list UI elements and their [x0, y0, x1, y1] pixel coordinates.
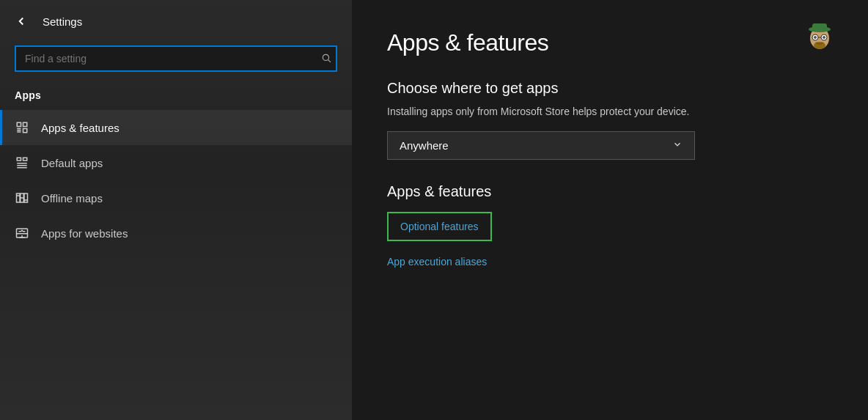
svg-rect-15	[24, 194, 28, 202]
avatar	[801, 18, 839, 56]
svg-point-29	[823, 36, 825, 39]
page-title: Apps & features	[387, 29, 833, 56]
svg-rect-3	[23, 122, 27, 126]
optional-features-link[interactable]: Optional features	[387, 212, 492, 241]
sidebar-item-apps-websites-label: Apps for websites	[41, 227, 128, 240]
back-button[interactable]	[12, 12, 31, 31]
dropdown-value: Anywhere	[400, 139, 449, 152]
search-box	[15, 45, 337, 72]
svg-rect-2	[17, 122, 21, 126]
svg-rect-9	[23, 158, 27, 161]
apps-features-section-title: Apps & features	[387, 183, 833, 200]
sidebar-item-apps-features-label: Apps & features	[41, 122, 119, 134]
app-execution-aliases-link[interactable]: App execution aliases	[387, 256, 833, 268]
default-apps-icon	[15, 155, 29, 170]
apps-features-icon	[15, 120, 29, 135]
sidebar-title: Settings	[43, 15, 82, 28]
search-icon-button[interactable]	[321, 53, 331, 65]
choose-section-desc: Installing apps only from Microsoft Stor…	[387, 104, 833, 119]
svg-point-0	[323, 54, 328, 60]
apps-source-dropdown[interactable]: Anywhere	[387, 131, 695, 160]
offline-maps-icon	[15, 191, 29, 205]
svg-rect-8	[17, 158, 21, 161]
sidebar-item-apps-websites[interactable]: Apps for websites	[0, 215, 352, 251]
apps-section-label: Apps	[0, 84, 352, 110]
search-input[interactable]	[15, 45, 337, 72]
sidebar-item-default-apps-label: Default apps	[41, 157, 103, 169]
avatar-image	[801, 18, 839, 56]
svg-rect-25	[812, 23, 827, 31]
sidebar-item-offline-maps[interactable]: Offline maps	[0, 180, 352, 215]
sidebar: Settings Apps Apps & featur	[0, 0, 352, 420]
nav-items: Apps & features Default apps	[0, 110, 352, 251]
chevron-down-icon	[672, 139, 683, 152]
sidebar-item-apps-features[interactable]: Apps & features	[0, 110, 352, 145]
svg-rect-13	[17, 194, 21, 202]
main-content: Apps & features Choose where to get apps…	[352, 0, 868, 420]
sidebar-header: Settings	[0, 0, 352, 40]
svg-point-28	[814, 36, 817, 39]
apps-websites-icon	[15, 226, 29, 240]
svg-line-1	[328, 59, 331, 62]
svg-rect-7	[23, 129, 27, 133]
sidebar-item-offline-maps-label: Offline maps	[41, 192, 103, 205]
svg-point-31	[814, 42, 825, 49]
sidebar-item-default-apps[interactable]: Default apps	[0, 145, 352, 180]
choose-section-title: Choose where to get apps	[387, 80, 833, 97]
